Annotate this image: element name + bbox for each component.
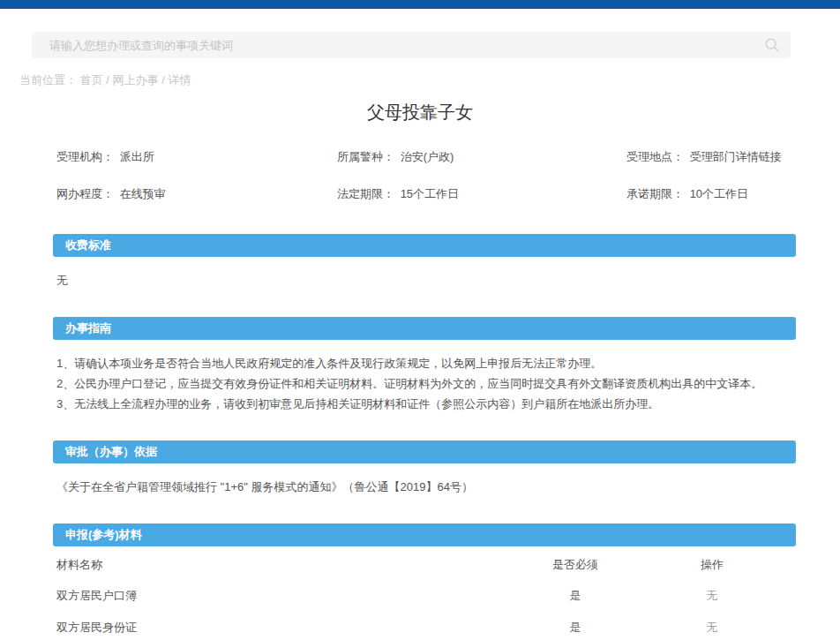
info-label: 法定期限： [337,187,394,200]
table-row: 双方居民户口簿 是 无 [56,580,796,612]
operation-cell: 无 [628,620,796,636]
column-header-material-name: 材料名称 [56,557,522,573]
breadcrumb-item-online-services[interactable]: 网上办事 [113,73,159,87]
info-value: 10个工作日 [690,187,748,200]
breadcrumb-item-home[interactable]: 首页 [80,73,103,87]
section-header-application-materials: 申报(参考)材料 [53,523,796,546]
breadcrumb-prefix: 当前位置： [19,73,77,87]
material-name-cell: 双方居民户口簿 [56,588,522,604]
info-value: 15个工作日 [401,187,459,200]
breadcrumb: 当前位置： 首页 / 网上办事 / 详情 [19,72,840,88]
info-field-police-category: 所属警种： 治安(户政) [337,149,626,165]
breadcrumb-item-detail: 详情 [168,73,191,87]
required-cell: 是 [522,620,628,636]
info-label: 承诺期限： [626,187,684,200]
section-header-fee-standard: 收费标准 [53,234,796,257]
section-header-service-guide: 办事指南 [53,317,796,340]
info-label: 受理地点： [626,150,684,163]
top-blue-bar [0,0,840,9]
info-field-statutory-period: 法定期限： 15个工作日 [337,186,626,202]
section-body-approval-basis: 《关于在全省户籍管理领域推行 "1+6" 服务模式的通知》（鲁公通【2019】6… [53,463,796,511]
guide-item-1: 1、请确认本项业务是否符合当地人民政府规定的准入条件及现行政策规定，以免网上申报… [56,353,796,373]
breadcrumb-separator: / [161,73,165,87]
info-field-promised-period: 承诺期限： 10个工作日 [626,186,796,202]
main-content: 受理机构： 派出所 所属警种： 治安(户政) 受理地点： 受理部门详情链接 网办… [53,139,796,640]
operation-cell: 无 [628,588,796,604]
search-input[interactable] [32,32,791,58]
required-cell: 是 [522,588,628,604]
info-value: 在线预审 [120,187,166,200]
section-body-service-guide: 1、请确认本项业务是否符合当地人民政府规定的准入条件及现行政策规定，以免网上申报… [53,340,796,428]
materials-table: 材料名称 是否必须 操作 双方居民户口簿 是 无 双方居民身份证 是 无 父母与… [53,546,796,640]
page-title: 父母投靠子女 [0,101,840,124]
info-field-accepting-agency: 受理机构： 派出所 [56,149,337,165]
guide-item-3: 3、无法线上全流程办理的业务，请收到初审意见后持相关证明材料和证件（参照公示内容… [56,394,796,414]
info-label: 所属警种： [337,150,394,163]
accepting-department-detail-link[interactable]: 受理部门详情链接 [690,150,782,163]
info-value: 派出所 [120,150,154,163]
search-bar [32,32,791,58]
table-row: 双方居民身份证 是 无 [56,612,796,640]
info-label: 网办程度： [56,187,114,200]
section-body-fee-standard: 无 [53,257,796,305]
column-header-required: 是否必须 [522,557,628,573]
info-field-accepting-location: 受理地点： 受理部门详情链接 [626,149,796,165]
materials-table-header: 材料名称 是否必须 操作 [56,550,796,580]
material-name-cell: 双方居民身份证 [56,620,522,636]
section-header-approval-basis: 审批（办事）依据 [53,440,796,463]
breadcrumb-separator: / [106,73,109,87]
guide-item-2: 2、公民办理户口登记，应当提交有效身份证件和相关证明材料。证明材料为外文的，应当… [56,373,796,394]
service-info-grid: 受理机构： 派出所 所属警种： 治安(户政) 受理地点： 受理部门详情链接 网办… [53,139,796,222]
info-value: 治安(户政) [401,150,454,163]
info-label: 受理机构： [56,150,114,163]
column-header-operation: 操作 [628,557,796,573]
info-field-online-level: 网办程度： 在线预审 [56,186,337,202]
search-icon[interactable] [764,37,780,53]
